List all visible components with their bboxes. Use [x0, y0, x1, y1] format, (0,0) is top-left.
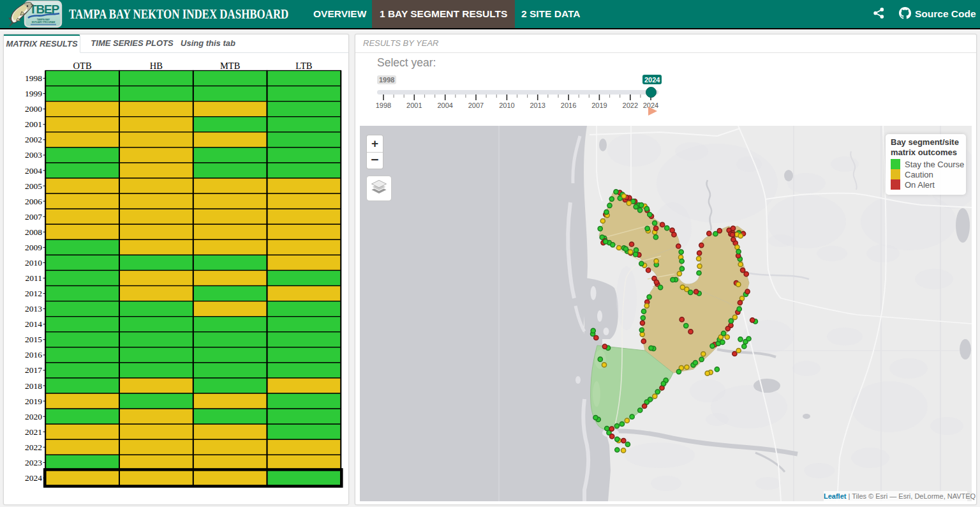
svg-text:2021: 2021	[25, 427, 42, 437]
svg-text:1998: 1998	[25, 73, 42, 83]
svg-text:2008: 2008	[25, 227, 42, 237]
svg-text:2000: 2000	[25, 104, 42, 114]
svg-text:2004: 2004	[437, 102, 452, 109]
svg-text:2012: 2012	[25, 289, 42, 298]
svg-text:2023: 2023	[25, 458, 42, 467]
svg-text:2016: 2016	[25, 350, 42, 359]
svg-text:2007: 2007	[468, 102, 484, 109]
svg-text:ESTUARY PROGRAM: ESTUARY PROGRAM	[32, 21, 56, 24]
svg-text:2017: 2017	[25, 365, 42, 375]
svg-text:2010: 2010	[499, 102, 514, 109]
svg-text:1999: 1999	[25, 89, 42, 98]
svg-text:HB: HB	[150, 61, 163, 71]
svg-text:2005: 2005	[25, 181, 42, 191]
svg-text:2006: 2006	[25, 197, 42, 206]
svg-text:OTB: OTB	[73, 61, 92, 71]
svg-text:2022: 2022	[25, 443, 42, 452]
svg-text:2019: 2019	[25, 397, 42, 406]
svg-text:2009: 2009	[25, 243, 42, 252]
svg-text:2020: 2020	[25, 412, 42, 421]
svg-text:MTB: MTB	[220, 61, 240, 71]
svg-text:2018: 2018	[25, 381, 42, 391]
svg-text:2001: 2001	[25, 119, 42, 129]
svg-text:2013: 2013	[530, 102, 545, 109]
svg-text:LTB: LTB	[295, 61, 312, 71]
svg-text:2011: 2011	[26, 273, 43, 283]
svg-text:2022: 2022	[623, 102, 638, 109]
svg-text:2010: 2010	[25, 258, 42, 268]
svg-text:2007: 2007	[25, 212, 42, 222]
svg-text:2004: 2004	[25, 166, 42, 176]
svg-text:2024: 2024	[25, 473, 42, 483]
svg-text:2014: 2014	[25, 319, 42, 329]
svg-text:2001: 2001	[406, 102, 422, 109]
svg-text:2003: 2003	[25, 150, 42, 160]
svg-text:2002: 2002	[25, 135, 42, 144]
svg-text:2013: 2013	[25, 304, 42, 314]
svg-text:1998: 1998	[376, 102, 391, 109]
svg-text:2019: 2019	[591, 102, 607, 109]
svg-text:2015: 2015	[25, 335, 42, 344]
svg-text:2016: 2016	[561, 102, 576, 109]
